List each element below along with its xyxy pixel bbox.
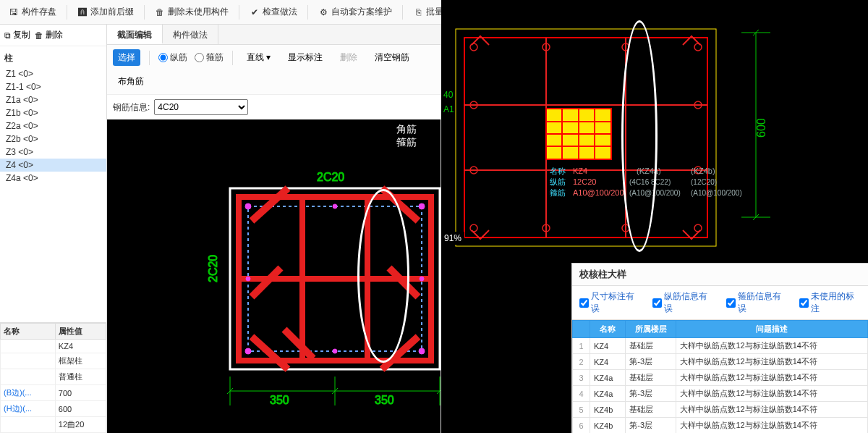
- check-practice-button[interactable]: ✔ 检查做法: [245, 4, 302, 20]
- property-row[interactable]: (B边)(...700: [1, 385, 106, 401]
- validation-row[interactable]: 3KZ4a基础层大样中纵筋点数12与标注纵筋数14不符: [573, 370, 868, 386]
- separator: [239, 5, 239, 20]
- delete-steel-button[interactable]: 删除: [335, 49, 362, 66]
- svg-point-19: [246, 277, 250, 281]
- th-name[interactable]: 名称: [590, 321, 626, 338]
- zoom-indicator: 91%: [441, 232, 464, 245]
- chk-dim[interactable]: 尺寸标注有误: [579, 290, 641, 315]
- cad-viewport[interactable]: 600: [441, 0, 868, 433]
- delete-button[interactable]: 🗑 删除: [35, 29, 63, 41]
- radio-longitudinal-input[interactable]: [158, 53, 168, 62]
- property-value[interactable]: 12曲20: [55, 417, 106, 433]
- steel-info-select[interactable]: 4C20: [154, 99, 248, 115]
- svg-point-18: [333, 349, 337, 353]
- validation-row[interactable]: 4KZ4a第-3层大样中纵筋点数12与标注纵筋数14不符: [573, 386, 868, 402]
- chk-unused[interactable]: 未使用的标注: [799, 290, 861, 315]
- cad-long-label: 纵筋: [550, 177, 566, 186]
- component-save-label: 构件存盘: [22, 6, 56, 18]
- property-value[interactable]: KZ4: [55, 340, 106, 353]
- tab-component-practice[interactable]: 构件做法: [163, 25, 218, 44]
- svg-line-10: [252, 268, 281, 297]
- right-panel: 600: [441, 0, 868, 433]
- validation-cell-issue: 大样中纵筋点数12与标注纵筋数14不符: [676, 338, 868, 354]
- tree-item[interactable]: Z1a <0>: [0, 93, 106, 106]
- cad-name-label: 名称: [550, 167, 566, 175]
- property-value[interactable]: 600: [55, 401, 106, 417]
- tree-item[interactable]: Z1b <0>: [0, 106, 106, 119]
- svg-line-7: [382, 188, 418, 221]
- tree-group-column[interactable]: 柱: [0, 49, 106, 67]
- clear-steel-button[interactable]: 清空钢筋: [370, 49, 414, 66]
- properties-panel: 名称 属性值 KZ4框架柱普通柱(B边)(...700(H边)(...60012…: [0, 322, 106, 433]
- radio-stirrup[interactable]: 箍筋: [195, 51, 224, 64]
- separator: [402, 5, 403, 20]
- validation-row[interactable]: 1KZ4基础层大样中纵筋点数12与标注纵筋数14不符: [573, 338, 868, 354]
- remove-unused-label: 删除未使用构件: [168, 6, 229, 18]
- cad-name-value: KZ4: [573, 167, 587, 175]
- validation-row[interactable]: 5KZ4b基础层大样中纵筋点数12与标注纵筋数14不符: [573, 402, 868, 418]
- remove-unused-button[interactable]: 🗑 删除未使用构件: [150, 4, 233, 20]
- validation-cell-n: 3: [573, 370, 590, 386]
- tree-item[interactable]: Z4a <0>: [0, 172, 106, 185]
- add-prefix-suffix-button[interactable]: 🅰 添加前后缀: [73, 4, 138, 20]
- property-value[interactable]: 框架柱: [55, 353, 106, 369]
- chk-long-input[interactable]: [652, 298, 662, 308]
- section-canvas[interactable]: 300 300 350 350 2C20 2C20 角筋 箍筋: [107, 119, 441, 433]
- property-value[interactable]: 700: [55, 385, 106, 401]
- property-row[interactable]: KZ4: [1, 340, 106, 353]
- th-issue[interactable]: 问题描述: [676, 321, 868, 338]
- dim-left: 2C20: [207, 255, 219, 282]
- corner-steel-button[interactable]: 布角筋: [113, 73, 149, 90]
- th-floor[interactable]: 所属楼层: [626, 321, 676, 338]
- chk-unused-input[interactable]: [799, 298, 809, 308]
- chk-dim-input[interactable]: [579, 298, 589, 308]
- component-save-button[interactable]: 🖫 构件存盘: [4, 4, 61, 20]
- cad-long-value: 12C20: [573, 177, 596, 186]
- property-row[interactable]: 框架柱: [1, 353, 106, 369]
- props-header-name: 名称: [1, 324, 56, 340]
- tree-item[interactable]: Z3 <0>: [0, 146, 106, 159]
- property-row[interactable]: (H边)(...600: [1, 401, 106, 417]
- separator: [232, 51, 233, 65]
- chk-stirrup-input[interactable]: [726, 298, 736, 308]
- tree-item[interactable]: Z1 <0>: [0, 67, 106, 80]
- dim-w2: 350: [375, 394, 394, 406]
- cad-adj2-l2: (A10@100/200): [691, 189, 742, 197]
- scheme-icon: ⚙: [318, 7, 328, 17]
- chk-long-lbl: 纵筋信息有误: [664, 290, 714, 315]
- editor-toolbar: 选择 纵筋 箍筋 直线 ▾ 显示标注 删除 清空钢筋 布角筋: [107, 45, 441, 95]
- chk-long[interactable]: 纵筋信息有误: [652, 290, 714, 315]
- steel-info-row: 钢筋信息: 4C20: [107, 95, 441, 119]
- validation-table-wrap[interactable]: 名称 所属楼层 问题描述 1KZ4基础层大样中纵筋点数12与标注纵筋数14不符2…: [572, 320, 868, 433]
- property-row[interactable]: 12曲20: [1, 417, 106, 433]
- cad-svg: 600: [441, 0, 868, 275]
- th-num: [573, 321, 590, 338]
- validation-cell-name: KZ4: [590, 354, 626, 370]
- show-label-button[interactable]: 显示标注: [283, 49, 328, 66]
- radio-stirrup-input[interactable]: [195, 53, 204, 62]
- dim-w1: 350: [270, 394, 289, 406]
- tree-item[interactable]: Z2b <0>: [0, 133, 106, 146]
- auto-scheme-button[interactable]: ⚙ 自动套方案维护: [314, 4, 396, 20]
- validation-row[interactable]: 6KZ4b第-3层大样中纵筋点数12与标注纵筋数14不符: [573, 418, 868, 434]
- validation-cell-n: 4: [573, 386, 590, 402]
- chk-stirrup[interactable]: 箍筋信息有误: [726, 290, 788, 315]
- tab-section-edit[interactable]: 截面编辑: [107, 25, 163, 44]
- validation-row[interactable]: 2KZ4第-3层大样中纵筋点数12与标注纵筋数14不符: [573, 354, 868, 370]
- svg-point-15: [245, 348, 251, 354]
- radio-longitudinal[interactable]: 纵筋: [158, 51, 187, 64]
- select-tool-button[interactable]: 选择: [113, 49, 140, 66]
- tree-item[interactable]: Z1-1 <0>: [0, 80, 106, 93]
- component-tree[interactable]: 柱 Z1 <0>Z1-1 <0>Z1a <0>Z1b <0>Z2a <0>Z2b…: [0, 46, 106, 322]
- steel-info-label: 钢筋信息:: [113, 101, 150, 114]
- cad-adj2-name: (KZ4b): [691, 167, 715, 175]
- props-header-value: 属性值: [55, 324, 106, 340]
- property-name: [1, 417, 56, 433]
- property-value[interactable]: 普通柱: [55, 369, 106, 385]
- separator: [307, 5, 308, 20]
- tree-item[interactable]: Z2a <0>: [0, 119, 106, 133]
- straight-line-button[interactable]: 直线 ▾: [242, 49, 276, 66]
- copy-button[interactable]: ⧉ 复制: [4, 29, 30, 41]
- property-row[interactable]: 普通柱: [1, 369, 106, 385]
- tree-item[interactable]: Z4 <0>: [0, 159, 106, 172]
